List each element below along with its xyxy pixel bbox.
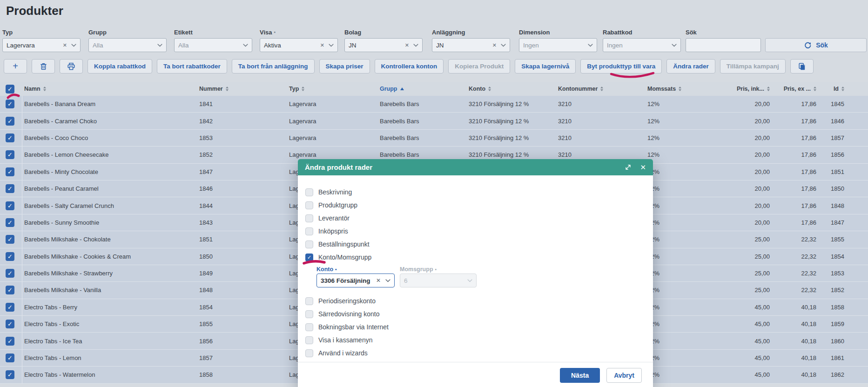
sort-icon[interactable] — [488, 87, 491, 91]
filter-dropdown[interactable]: Lagervara ✕ — [2, 38, 81, 52]
modal-option-3[interactable]: Inköpspris — [305, 227, 646, 235]
sort-icon[interactable] — [814, 87, 816, 91]
filter-dropdown[interactable]: Ingen ✕ — [519, 38, 597, 52]
modal-option-after-1[interactable]: Särredovisning konto — [305, 310, 646, 318]
column-header-4[interactable]: Konto — [467, 86, 556, 92]
chevron-down-icon[interactable] — [385, 279, 390, 282]
row-checkbox[interactable] — [6, 320, 14, 328]
unchecked-checkbox[interactable] — [305, 323, 313, 331]
row-checkbox[interactable] — [6, 184, 14, 193]
filter-dropdown[interactable]: JN ✕ — [432, 38, 510, 52]
sort-icon[interactable] — [226, 87, 229, 91]
chevron-down-icon[interactable] — [157, 44, 162, 47]
toolbar-button-6[interactable]: Skapa lagernivå — [515, 59, 576, 73]
sort-icon[interactable] — [679, 87, 681, 91]
sort-icon[interactable] — [600, 87, 603, 91]
column-header-7[interactable]: Pris, ink... — [683, 86, 773, 92]
sort-icon[interactable] — [841, 87, 844, 91]
chevron-down-icon[interactable] — [329, 44, 334, 47]
toolbar-button-8[interactable]: Ändra rader — [666, 59, 715, 73]
row-checkbox[interactable] — [6, 269, 14, 278]
unchecked-checkbox[interactable] — [305, 336, 313, 344]
chevron-down-icon[interactable] — [501, 44, 506, 47]
checked-checkbox[interactable] — [305, 254, 313, 261]
filter-dropdown[interactable]: Ingen ✕ — [603, 38, 681, 52]
filter-dropdown[interactable]: Alla ✕ — [174, 38, 252, 52]
sort-icon[interactable] — [767, 87, 770, 91]
unchecked-checkbox[interactable] — [305, 188, 313, 196]
modal-option-2[interactable]: Leverantör — [305, 214, 646, 222]
row-checkbox[interactable] — [6, 286, 14, 294]
expand-button[interactable] — [625, 164, 632, 171]
toolbar-button-1[interactable]: Ta bort rabattkoder — [157, 59, 227, 73]
modal-option-1[interactable]: Produktgrupp — [305, 201, 646, 209]
column-header-1[interactable]: Nummer — [197, 86, 287, 92]
modal-option-0[interactable]: Beskrivning — [305, 188, 646, 196]
toolbar-button-7[interactable]: Byt produkttyp till vara — [580, 59, 662, 73]
row-checkbox[interactable] — [6, 201, 14, 210]
konto-dropdown[interactable]: 3306 Försäljning ✕ — [316, 274, 395, 287]
chevron-down-icon[interactable] — [588, 44, 593, 47]
column-header-2[interactable]: Typ — [287, 86, 378, 92]
row-checkbox[interactable] — [6, 370, 14, 379]
copy-button[interactable] — [790, 59, 814, 73]
search-button[interactable]: Sök — [765, 38, 867, 52]
filter-dropdown[interactable]: Alla ✕ — [88, 38, 167, 52]
row-checkbox[interactable] — [6, 354, 14, 362]
toolbar-button-9[interactable]: Tillämpa kampanj — [720, 59, 786, 73]
unchecked-checkbox[interactable] — [305, 310, 313, 318]
clear-icon[interactable]: ✕ — [376, 277, 381, 284]
clear-icon[interactable]: ✕ — [405, 42, 409, 48]
close-button[interactable]: ✕ — [640, 163, 646, 172]
unchecked-checkbox[interactable] — [305, 201, 313, 209]
modal-option-after-0[interactable]: Periodiseringskonto — [305, 297, 646, 305]
modal-option-4[interactable]: Beställningspunkt — [305, 240, 646, 248]
unchecked-checkbox[interactable] — [305, 240, 313, 248]
row-checkbox[interactable] — [6, 117, 14, 126]
unchecked-checkbox[interactable] — [305, 214, 313, 222]
sorted-ascending-icon[interactable] — [400, 87, 404, 90]
cancel-button[interactable]: Avbryt — [606, 368, 642, 383]
unchecked-checkbox[interactable] — [305, 227, 313, 235]
filter-dropdown[interactable]: Aktiva ✕ — [260, 38, 338, 52]
row-checkbox[interactable] — [6, 303, 14, 312]
row-checkbox[interactable] — [6, 337, 14, 346]
row-checkbox[interactable] — [6, 218, 14, 227]
row-checkbox[interactable] — [6, 100, 14, 108]
table-row-1[interactable]: Barebells - Caramel Choko 1842 Lagervara… — [0, 113, 868, 129]
column-header-9[interactable]: Id — [819, 86, 847, 92]
row-checkbox[interactable] — [6, 167, 14, 176]
modal-option-after-4[interactable]: Använd i wizards — [305, 349, 646, 357]
toolbar-button-2[interactable]: Ta bort från anläggning — [232, 59, 315, 73]
column-header-8[interactable]: Pris, ex ... — [773, 86, 819, 92]
clear-icon[interactable]: ✕ — [320, 42, 324, 48]
modal-option-konto-momsgrupp[interactable]: Konto/Momsgrupp — [305, 253, 646, 261]
column-header-3[interactable]: Grupp — [378, 86, 467, 92]
column-header-5[interactable]: Kontonummer — [556, 86, 646, 92]
row-checkbox[interactable] — [6, 252, 14, 261]
chevron-down-icon[interactable] — [413, 44, 418, 47]
sort-icon[interactable] — [43, 87, 46, 91]
sort-icon[interactable] — [302, 87, 304, 91]
delete-button[interactable] — [32, 59, 55, 73]
chevron-down-icon[interactable] — [672, 44, 677, 47]
modal-option-after-2[interactable]: Bokningsbar via Internet — [305, 323, 646, 331]
toolbar-button-3[interactable]: Skapa priser — [319, 59, 370, 73]
search-input[interactable] — [686, 38, 761, 52]
column-header-0[interactable]: Namn — [22, 86, 197, 92]
toolbar-button-4[interactable]: Kontrollera konton — [375, 59, 444, 73]
select-all-checkbox[interactable] — [6, 85, 14, 93]
clear-icon[interactable]: ✕ — [63, 42, 67, 48]
row-checkbox[interactable] — [6, 133, 14, 142]
table-row-2[interactable]: Barebells - Coco Choco 1853 Lagervara Ba… — [0, 130, 868, 147]
modal-option-after-3[interactable]: Visa i kassamenyn — [305, 336, 646, 344]
add-button[interactable]: + — [4, 59, 27, 73]
chevron-down-icon[interactable] — [71, 44, 76, 47]
table-row-0[interactable]: Barebells - Banana Dream 1841 Lagervara … — [0, 96, 868, 113]
clear-icon[interactable]: ✕ — [492, 42, 497, 48]
print-button[interactable] — [60, 59, 83, 73]
filter-dropdown[interactable]: JN ✕ — [344, 38, 423, 52]
chevron-down-icon[interactable] — [243, 44, 248, 47]
toolbar-button-0[interactable]: Koppla rabattkod — [87, 59, 152, 73]
next-button[interactable]: Nästa — [560, 368, 600, 383]
